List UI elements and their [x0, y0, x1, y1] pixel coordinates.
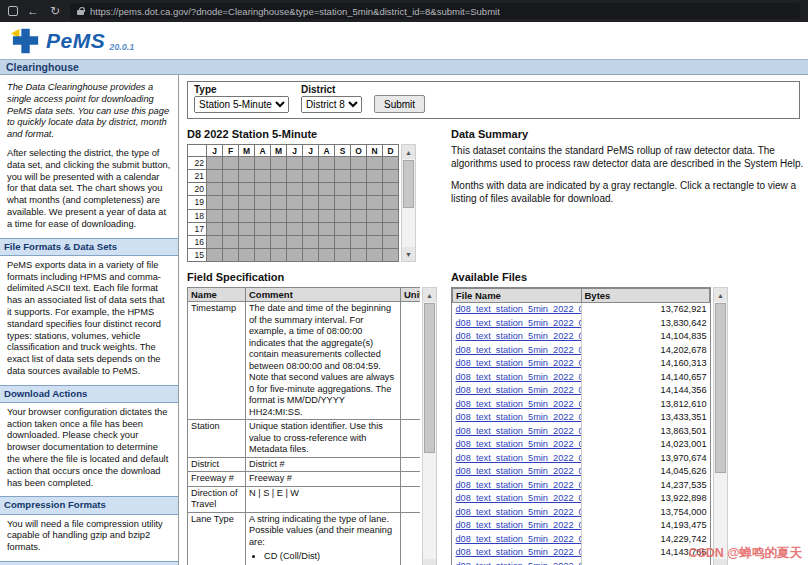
file-link[interactable]: d08_text_station_5min_2022_01_13.txt.gz	[456, 466, 582, 476]
calendar-month-cell[interactable]	[255, 196, 271, 209]
calendar-month-cell[interactable]	[335, 209, 351, 222]
calendar-month-cell[interactable]	[319, 157, 335, 170]
calendar-month-cell[interactable]	[255, 183, 271, 196]
calendar-month-cell[interactable]	[271, 248, 287, 261]
calendar-month-cell[interactable]	[271, 222, 287, 235]
calendar-month-cell[interactable]	[239, 235, 255, 248]
calendar-month-cell[interactable]	[303, 222, 319, 235]
calendar-month-cell[interactable]	[223, 222, 239, 235]
calendar-month-cell[interactable]	[303, 170, 319, 183]
file-link[interactable]: d08_text_station_5min_2022_01_18.txt.gz	[456, 534, 582, 544]
back-icon[interactable]: ←	[26, 5, 40, 17]
field-spec-scrollbar[interactable]: ▲ ▼	[422, 287, 437, 565]
calendar-month-cell[interactable]	[351, 196, 367, 209]
calendar-month-cell[interactable]	[239, 248, 255, 261]
calendar-month-cell[interactable]	[319, 222, 335, 235]
calendar-month-cell[interactable]	[223, 209, 239, 222]
type-select[interactable]: Station 5-Minute	[194, 96, 289, 113]
calendar-month-cell[interactable]	[319, 235, 335, 248]
scrollbar-thumb[interactable]	[403, 160, 414, 208]
calendar-month-cell[interactable]	[367, 157, 383, 170]
submit-button[interactable]: Submit	[374, 95, 425, 113]
calendar-month-cell[interactable]	[207, 170, 223, 183]
scroll-up-icon[interactable]: ▲	[402, 145, 415, 159]
calendar-month-cell[interactable]	[223, 235, 239, 248]
calendar-month-cell[interactable]	[383, 183, 399, 196]
file-link[interactable]: d08_text_station_5min_2022_01_11.txt.gz	[456, 439, 582, 449]
calendar-month-cell[interactable]	[207, 157, 223, 170]
scrollbar-thumb[interactable]	[424, 303, 435, 453]
calendar-month-cell[interactable]	[223, 248, 239, 261]
file-link[interactable]: d08_text_station_5min_2022_01_14.txt.gz	[456, 480, 582, 490]
file-link[interactable]: d08_text_station_5min_2022_01_15.txt.gz	[456, 493, 582, 503]
calendar-month-cell[interactable]	[303, 209, 319, 222]
calendar-month-cell[interactable]	[303, 196, 319, 209]
calendar-month-cell[interactable]	[367, 248, 383, 261]
calendar-month-cell[interactable]	[255, 248, 271, 261]
scroll-down-icon[interactable]: ▼	[423, 559, 436, 565]
calendar-month-cell[interactable]	[383, 209, 399, 222]
calendar-month-cell[interactable]	[319, 183, 335, 196]
file-link[interactable]: d08_text_station_5min_2022_01_03.txt.gz	[456, 331, 582, 341]
calendar-month-cell[interactable]	[319, 248, 335, 261]
calendar-month-cell[interactable]	[239, 209, 255, 222]
calendar-month-cell[interactable]	[239, 196, 255, 209]
calendar-month-cell[interactable]	[383, 157, 399, 170]
calendar-month-cell[interactable]	[383, 196, 399, 209]
calendar-month-cell[interactable]	[335, 196, 351, 209]
file-link[interactable]: d08_text_station_5min_2022_01_19.txt.gz	[456, 547, 582, 557]
calendar-month-cell[interactable]	[351, 222, 367, 235]
calendar-month-cell[interactable]	[287, 196, 303, 209]
tab-icon[interactable]	[8, 6, 18, 16]
url-text[interactable]: https://pems.dot.ca.gov/?dnode=Clearingh…	[90, 6, 500, 17]
calendar-month-cell[interactable]	[271, 157, 287, 170]
calendar-month-cell[interactable]	[383, 248, 399, 261]
file-link[interactable]: d08_text_station_5min_2022_01_10.txt.gz	[456, 426, 582, 436]
file-link[interactable]: d08_text_station_5min_2022_01_16.txt.gz	[456, 507, 582, 517]
calendar-month-cell[interactable]	[335, 183, 351, 196]
calendar-month-cell[interactable]	[255, 209, 271, 222]
calendar-month-cell[interactable]	[255, 222, 271, 235]
calendar-month-cell[interactable]	[287, 248, 303, 261]
calendar-month-cell[interactable]	[335, 248, 351, 261]
file-link[interactable]: d08_text_station_5min_2022_01_20.txt.gz	[456, 561, 582, 565]
calendar-month-cell[interactable]	[367, 170, 383, 183]
calendar-month-cell[interactable]	[287, 170, 303, 183]
scroll-up-icon[interactable]: ▲	[714, 288, 727, 302]
calendar-month-cell[interactable]	[335, 170, 351, 183]
file-link[interactable]: d08_text_station_5min_2022_01_17.txt.gz	[456, 520, 582, 530]
file-link[interactable]: d08_text_station_5min_2022_01_12.txt.gz	[456, 453, 582, 463]
calendar-month-cell[interactable]	[319, 196, 335, 209]
calendar-month-cell[interactable]	[303, 157, 319, 170]
file-link[interactable]: d08_text_station_5min_2022_01_09.txt.gz	[456, 412, 582, 422]
calendar-month-cell[interactable]	[207, 248, 223, 261]
calendar-month-cell[interactable]	[383, 222, 399, 235]
calendar-month-cell[interactable]	[207, 196, 223, 209]
calendar-month-cell[interactable]	[239, 157, 255, 170]
calendar-month-cell[interactable]	[351, 248, 367, 261]
file-link[interactable]: d08_text_station_5min_2022_01_04.txt.gz	[456, 345, 582, 355]
file-link[interactable]: d08_text_station_5min_2022_01_02.txt.gz	[456, 318, 582, 328]
file-link[interactable]: d08_text_station_5min_2022_01_06.txt.gz	[456, 372, 582, 382]
calendar-month-cell[interactable]	[383, 235, 399, 248]
calendar-month-cell[interactable]	[367, 235, 383, 248]
calendar-month-cell[interactable]	[255, 170, 271, 183]
files-scrollbar[interactable]: ▲ ▼	[713, 287, 728, 565]
calendar-month-cell[interactable]	[319, 209, 335, 222]
calendar-month-cell[interactable]	[207, 209, 223, 222]
calendar-month-cell[interactable]	[303, 248, 319, 261]
calendar-month-cell[interactable]	[351, 183, 367, 196]
scrollbar-thumb[interactable]	[715, 303, 726, 473]
calendar-month-cell[interactable]	[367, 196, 383, 209]
calendar-month-cell[interactable]	[351, 157, 367, 170]
calendar-month-cell[interactable]	[239, 170, 255, 183]
calendar-month-cell[interactable]	[239, 183, 255, 196]
calendar-month-cell[interactable]	[271, 196, 287, 209]
calendar-month-cell[interactable]	[351, 209, 367, 222]
calendar-month-cell[interactable]	[287, 157, 303, 170]
calendar-month-cell[interactable]	[383, 170, 399, 183]
calendar-month-cell[interactable]	[287, 222, 303, 235]
calendar-month-cell[interactable]	[335, 235, 351, 248]
calendar-month-cell[interactable]	[223, 157, 239, 170]
calendar-month-cell[interactable]	[351, 170, 367, 183]
